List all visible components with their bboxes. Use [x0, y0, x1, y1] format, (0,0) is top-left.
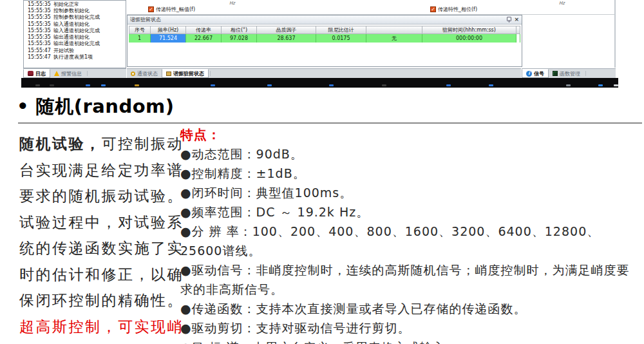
pin-icon[interactable] [507, 17, 511, 21]
intro-line: 试验过程中，对试验系 [19, 209, 182, 236]
feature-item: ●闭环时间：典型值100ms。 [180, 183, 639, 202]
legend-label: 传递特性_相位(f) [438, 6, 477, 13]
page: 15:55:35初始化正常15:55:35控制参数初始化15:55:35控制参数… [0, 0, 644, 344]
log-panel[interactable]: 15:55:35初始化正常15:55:35控制参数初始化15:55:35控制参数… [23, 0, 126, 68]
log-entry: 15:55:35输入通道初始化 [24, 21, 126, 27]
table-cell[interactable]: 71.524 [151, 34, 186, 43]
checkbox-checked-icon[interactable]: ✓ [148, 6, 154, 12]
log-text: 执行进度表第1项 [53, 53, 126, 61]
taskbar-strip [21, 78, 618, 88]
table-row[interactable]: 171.52422.66797.02828.6370.0175无000:00:0… [129, 34, 520, 43]
taskbar-icon [382, 84, 386, 86]
log-entry: 15:55:35控制参数初始化 [24, 7, 126, 14]
feature-item: ●控制精度：±1dB。 [180, 164, 639, 183]
log-entry: 15:55:35输入通道初始化完成 [24, 27, 126, 33]
table-header-row: 序号频率(Hz)传递率相位(°)品质因子阻尼比估计驻留时间(hhh:mm:ss) [129, 26, 520, 34]
table-header-cell[interactable] [366, 26, 422, 34]
table-header-cell[interactable]: 相位(°) [222, 26, 257, 34]
tab-log[interactable]: 日志 [23, 69, 50, 78]
table-cell[interactable]: 22.667 [186, 34, 222, 43]
log-entries: 15:55:35初始化正常15:55:35控制参数初始化15:55:35控制参数… [24, 1, 126, 61]
intro-line: 要求的随机振动试验。 [19, 183, 182, 209]
log-time: 15:55:35 [28, 28, 53, 33]
intro-bold-text: 随机试验， [19, 135, 102, 152]
intro-line: 统的传递函数实施了实 [19, 235, 182, 262]
taskbar-icon [329, 84, 334, 86]
log-time: 15:55:35 [28, 14, 53, 20]
status-tab-strip: 通道状态 谐振驻留状态 [127, 68, 521, 78]
features-title: 特点： [180, 125, 639, 144]
intro-paragraph: 随机试验，可控制振动 台实现满足给定功率谱要求的随机振动试验。试验过程中，对试验… [19, 131, 182, 339]
table-header-cell[interactable]: 序号 [129, 26, 151, 34]
taskbar-icon [50, 84, 54, 86]
table-cell[interactable]: 1 [129, 34, 151, 43]
intro-line: 时的估计和修正，以确 [19, 262, 182, 288]
taskbar-icon [489, 84, 493, 86]
feature-item: ●频率范围：DC ～ 19.2k Hz。 [180, 202, 639, 222]
panel-title-bar: 谐振驻留状态 × [128, 15, 522, 24]
feature-item: ●驱动信号：非峭度控制时，连续的高斯随机信号；峭度控制时，为满足峭度要求的非高斯… [180, 260, 639, 299]
log-time: 15:55:47 [28, 48, 53, 53]
taskbar-icon [614, 84, 618, 86]
feature-item: ●目 标 谱：由用户自定义，采用表格方式输入 [180, 338, 639, 344]
table-header-cell[interactable]: 品质因子 [257, 26, 316, 34]
intro-line: 台实现满足给定功率谱 [19, 157, 182, 184]
feature-item: ●驱动剪切：支持对驱动信号进行剪切。 [180, 318, 639, 338]
log-entry: 15:55:35输出通道初始化 [24, 33, 126, 40]
panel-title: 谐振驻留状态 [130, 17, 161, 23]
tab-label: 报警信息 [61, 70, 82, 77]
table-cell[interactable]: 28.637 [257, 34, 316, 43]
table-header-cell[interactable]: 传递率 [186, 26, 222, 34]
intro-line: 保闭环控制的精确性。 [19, 287, 182, 314]
tab-channel-status[interactable]: 通道状态 [127, 69, 162, 78]
tab-divider [210, 71, 211, 76]
title-underline [18, 122, 642, 124]
intro-text: 可控制振动 [102, 135, 184, 152]
log-icon [28, 71, 33, 76]
table-header-cell[interactable]: 驻留时间(hhh:mm:ss) [422, 26, 516, 34]
log-time: 15:55:35 [28, 41, 53, 46]
table-cell-filler [516, 34, 520, 43]
feature-item: ●分 辨 率：100、200、400、800、1600、3200、6400、12… [180, 222, 639, 260]
feature-item: ●传递函数：支持本次直接测量或者导入已存储的传递函数。 [180, 299, 639, 318]
log-time: 15:55:35 [28, 8, 53, 14]
close-icon[interactable]: × [514, 15, 519, 23]
tab-label: 通道状态 [137, 70, 158, 77]
log-time: 15:55:35 [28, 1, 53, 7]
tab-label: 信号 [534, 70, 544, 77]
table-cell[interactable]: 无 [366, 34, 422, 43]
log-entry: 15:55:35控制参数初始化完成 [24, 14, 126, 21]
table-header-cell[interactable]: 阻尼比估计 [316, 26, 366, 34]
taskbar-icon [598, 84, 603, 86]
app-screenshot-region: 15:55:35初始化正常15:55:35控制参数初始化15:55:35控制参数… [0, 0, 644, 89]
pane-splitter[interactable] [614, 0, 616, 68]
intro-lines: 台实现满足给定功率谱要求的随机振动试验。试验过程中，对试验系统的传递函数实施了实… [19, 157, 182, 314]
tab-alarm-info[interactable]: 报警信息 [50, 69, 86, 78]
warning-icon [54, 71, 59, 76]
legend-transfer-phase[interactable]: ✓ 传递特性_相位(f) [430, 6, 477, 13]
channel-status-icon [131, 72, 135, 76]
table-cell[interactable]: 97.028 [222, 34, 257, 43]
log-entry: 15:55:35初始化正常 [24, 1, 126, 7]
tab-signal[interactable]: i 信号 [522, 69, 549, 78]
table-cell[interactable]: 0.0175 [316, 34, 366, 43]
table-header-cell[interactable]: 频率(Hz) [151, 26, 186, 34]
log-time: 15:55:47 [28, 54, 53, 60]
table-cell[interactable]: 000:00:00 [422, 34, 516, 43]
checkbox-checked-icon[interactable]: ✓ [430, 6, 436, 12]
taskbar-icon [267, 84, 272, 86]
log-entry: 15:55:47执行进度表第1项 [24, 53, 126, 60]
features-list: ●动态范围：90dB。●控制精度：±1dB。●闭环时间：典型值100ms。●频率… [180, 144, 639, 344]
legend-label: 传递特性_幅值(f) [156, 6, 195, 13]
log-time: 15:55:35 [28, 34, 53, 40]
log-entry: 15:55:35输出通道初始化完成 [24, 41, 126, 47]
table-header-filler [516, 26, 520, 34]
hz-axis-label-left: Hz [229, 1, 235, 6]
tab-dwell-status[interactable]: 谐振驻留状态 [162, 69, 209, 78]
tab-function-manage[interactable]: 函数管理 [549, 69, 584, 78]
taskbar-icon [211, 84, 215, 86]
legend-transfer-amplitude[interactable]: ✓ 传递特性_幅值(f) [148, 6, 195, 13]
function-manage-icon [553, 71, 558, 76]
log-entry: 15:55:47开始试验 [24, 47, 126, 53]
tab-label: 函数管理 [560, 70, 580, 77]
